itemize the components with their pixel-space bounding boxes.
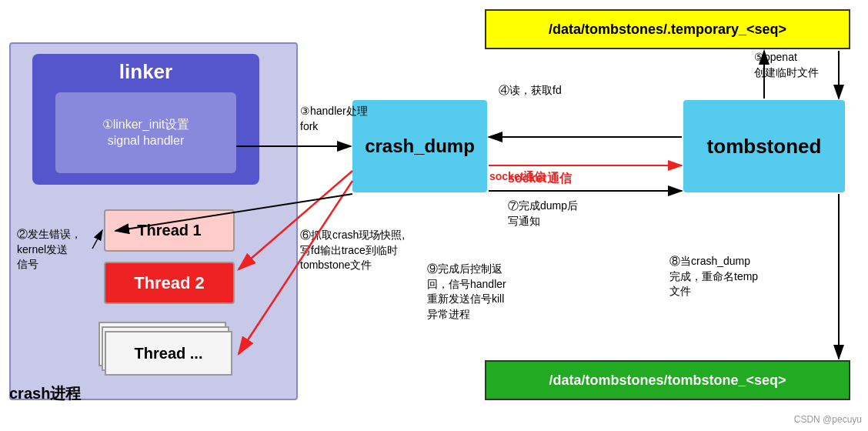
thread-stack: Thread ... xyxy=(98,322,229,377)
anno6: ⑥抓取crash现场快照,写fd输出trace到临时tombstone文件 xyxy=(300,228,405,273)
thread2-label: Thread 2 xyxy=(134,273,205,293)
anno2: ②发生错误，kernel发送信号 xyxy=(17,227,82,272)
thread1-box: Thread 1 xyxy=(104,209,235,252)
anno9: ⑨完成后控制返回，信号handler重新发送信号kill异常进程 xyxy=(427,262,506,322)
temp-file-label: /data/tombstones/.temporary_<seq> xyxy=(549,22,786,38)
thread1-label: Thread 1 xyxy=(137,222,201,239)
tombstoned-box: tombstoned xyxy=(683,100,845,192)
anno3: ③handler处理fork xyxy=(300,104,368,134)
thread2-box: Thread 2 xyxy=(104,262,235,304)
crash-process-label: crash进程 xyxy=(9,383,81,404)
thread-stack-front: Thread ... xyxy=(105,331,232,376)
tombstone-file-box: /data/tombstones/tombstone_<seq> xyxy=(485,360,850,400)
crash-dump-box: crash_dump xyxy=(352,100,487,192)
watermark: CSDN @pecuyu xyxy=(794,414,862,425)
diagram: crash进程 linker ①linker_init设置signal hand… xyxy=(0,0,868,431)
crash-dump-label: crash_dump xyxy=(365,135,475,158)
thread-n-label: Thread ... xyxy=(135,345,203,363)
tombstone-file-label: /data/tombstones/tombstone_<seq> xyxy=(549,373,786,389)
tombstoned-label: tombstoned xyxy=(707,135,822,159)
anno4: ④读，获取fd xyxy=(499,83,562,99)
anno7: ⑦完成dump后写通知 xyxy=(508,199,578,229)
socket-comm-label: socket通信 xyxy=(508,171,572,187)
linker-init-box: ①linker_init设置signal handler xyxy=(55,92,236,173)
anno8: ⑧当crash_dump完成，重命名temp文件 xyxy=(669,254,758,299)
linker-label: linker xyxy=(32,60,259,84)
temp-file-box: /data/tombstones/.temporary_<seq> xyxy=(485,9,850,49)
anno5: ⑤openat创建临时文件 xyxy=(754,50,819,80)
linker-init-label: ①linker_init设置signal handler xyxy=(102,117,190,149)
